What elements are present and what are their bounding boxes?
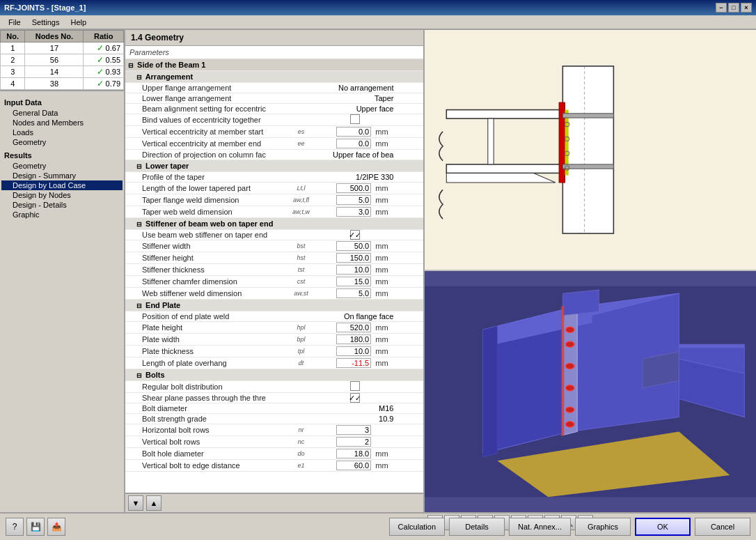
prop-checkbox[interactable] xyxy=(313,114,397,126)
value-box[interactable]: 18.0 xyxy=(336,449,371,458)
value-box[interactable]: 3.0 xyxy=(336,207,371,217)
ok-btn[interactable]: OK xyxy=(635,518,691,536)
export-btn[interactable]: 📤 xyxy=(47,518,65,536)
list-item[interactable]: Beam alignment setting for eccentric Upp… xyxy=(125,104,423,114)
list-item[interactable]: Taper web weld dimension aw,t,w 3.0 mm xyxy=(125,206,423,218)
list-item[interactable]: Plate thickness tpl 10.0 mm xyxy=(125,346,423,357)
value-box[interactable]: -11.5 xyxy=(336,358,371,368)
nav-up-btn[interactable]: ▲ xyxy=(146,495,162,511)
list-item[interactable]: Vertical bolt to edge distance e1 60.0 m… xyxy=(125,460,423,472)
help-btn[interactable]: ? xyxy=(6,518,24,536)
menu-help[interactable]: Help xyxy=(65,17,92,28)
list-item[interactable]: Position of end plate weld On flange fac… xyxy=(125,311,423,322)
section-header-row[interactable]: ⊟ Side of the Beam 1 xyxy=(125,59,423,71)
prop-value[interactable]: 5.0 xyxy=(313,194,373,206)
tree-item-design-load-case[interactable]: Design by Load Case xyxy=(1,180,123,190)
list-item[interactable]: Stiffener width bst 50.0 mm xyxy=(125,240,423,252)
prop-value[interactable]: 520.0 xyxy=(313,322,373,334)
value-box[interactable]: 500.0 xyxy=(336,183,371,193)
menu-file[interactable]: File xyxy=(3,17,26,28)
list-item[interactable]: Stiffener thickness tst 10.0 mm xyxy=(125,264,423,276)
value-box[interactable]: 0.0 xyxy=(336,127,371,137)
tree-item-design-nodes[interactable]: Design by Nodes xyxy=(1,190,123,200)
list-item[interactable]: Use beam web stiffener on taper end ✓ xyxy=(125,230,423,240)
list-item[interactable]: Plate height hpl 520.0 mm xyxy=(125,322,423,334)
list-item[interactable]: Horizontal bolt rows nr 3 xyxy=(125,424,423,436)
list-item[interactable]: Taper flange weld dimension aw,t,fl 5.0 … xyxy=(125,194,423,206)
table-row[interactable]: 4 38 ✓ 0.79 xyxy=(1,78,124,90)
table-row[interactable]: 3 14 ✓ 0.93 xyxy=(1,66,124,78)
value-box[interactable]: 10.0 xyxy=(336,265,371,275)
subsection-toggle[interactable]: ⊟ xyxy=(136,221,142,228)
list-item[interactable]: Vertical bolt rows nc 2 xyxy=(125,436,423,448)
value-box[interactable]: 10.0 xyxy=(336,346,371,356)
nat-annex-btn[interactable]: Nat. Annex... xyxy=(509,518,571,536)
prop-value[interactable]: 150.0 xyxy=(313,252,373,264)
subsection-header-row[interactable]: ⊟ Arrangement xyxy=(125,71,423,83)
list-item[interactable]: Direction of projection on column fac Up… xyxy=(125,150,423,160)
details-btn[interactable]: Details xyxy=(449,518,505,536)
list-item[interactable]: Profile of the taper 1/2IPE 330 xyxy=(125,172,423,183)
params-scroll[interactable]: ⊟ Side of the Beam 1⊟ Arrangement Upper … xyxy=(125,59,423,493)
list-item[interactable]: Lower flange arrangement Taper xyxy=(125,93,423,104)
subsection-header-row[interactable]: ⊟ Stiffener of beam web on taper end xyxy=(125,218,423,230)
value-box[interactable]: 150.0 xyxy=(336,253,371,263)
list-item[interactable]: Regular bolt distribution xyxy=(125,381,423,393)
graphics-btn[interactable]: Graphics xyxy=(575,518,631,536)
list-item[interactable]: Length of plate overhang dt -11.5 mm xyxy=(125,357,423,369)
list-item[interactable]: Stiffener chamfer dimension cst 15.0 mm xyxy=(125,276,423,288)
list-item[interactable]: Vertical eccentricity at member end ee 0… xyxy=(125,138,423,150)
prop-checkbox[interactable]: ✓ xyxy=(313,393,397,403)
prop-value[interactable]: 18.0 xyxy=(313,448,373,460)
prop-value[interactable]: 0.0 xyxy=(313,138,373,150)
tree-item-graphic[interactable]: Graphic xyxy=(1,210,123,219)
value-box[interactable]: 3 xyxy=(336,425,371,435)
prop-value[interactable]: 50.0 xyxy=(313,240,373,252)
list-item[interactable]: Bind values of eccentricity together xyxy=(125,114,423,126)
minimize-btn[interactable]: − xyxy=(716,3,727,13)
list-item[interactable]: Bolt strength grade 10.9 xyxy=(125,414,423,424)
tree-item-geometry[interactable]: Geometry xyxy=(1,137,123,147)
value-box[interactable]: 15.0 xyxy=(336,277,371,286)
subsection-header-row[interactable]: ⊟ Lower taper xyxy=(125,160,423,172)
subsection-header-row[interactable]: ⊟ Bolts xyxy=(125,369,423,381)
prop-value[interactable]: 3 xyxy=(313,424,373,436)
tree-item-nodes-members[interactable]: Nodes and Members xyxy=(1,118,123,128)
tree-item-results-geometry[interactable]: Geometry xyxy=(1,161,123,171)
value-box[interactable]: 60.0 xyxy=(336,461,371,470)
list-item[interactable]: Plate width bpl 180.0 mm xyxy=(125,334,423,346)
tree-item-design-details[interactable]: Design - Details xyxy=(1,200,123,210)
list-item[interactable]: Length of the lower tapered part Lt,l 50… xyxy=(125,183,423,194)
nav-down-btn[interactable]: ▼ xyxy=(128,495,143,511)
prop-value[interactable]: 500.0 xyxy=(313,183,373,194)
value-box[interactable]: 2 xyxy=(336,437,371,447)
checkbox-cell[interactable] xyxy=(350,381,360,391)
section-toggle[interactable]: ⊟ xyxy=(128,62,134,69)
close-btn[interactable]: × xyxy=(741,3,752,13)
tree-item-general-data[interactable]: General Data xyxy=(1,108,123,118)
list-item[interactable]: Upper flange arrangement No arrangement xyxy=(125,83,423,93)
value-box[interactable]: 0.0 xyxy=(336,139,371,148)
list-item[interactable]: Web stiffener weld dimension aw,st 5.0 m… xyxy=(125,288,423,300)
subsection-header-row[interactable]: ⊟ End Plate xyxy=(125,300,423,311)
list-item[interactable]: Vertical eccentricity at member start es… xyxy=(125,126,423,138)
subsection-toggle[interactable]: ⊟ xyxy=(136,163,142,170)
save-btn[interactable]: 💾 xyxy=(26,518,45,536)
checkbox-cell[interactable] xyxy=(350,114,360,124)
list-item[interactable]: Bolt diameter M16 xyxy=(125,403,423,414)
checkbox-cell[interactable]: ✓ xyxy=(350,230,360,240)
value-box[interactable]: 180.0 xyxy=(336,334,371,344)
tree-item-design-summary[interactable]: Design - Summary xyxy=(1,171,123,180)
prop-value[interactable]: 180.0 xyxy=(313,334,373,346)
list-item[interactable]: Bolt hole diameter do 18.0 mm xyxy=(125,448,423,460)
prop-value[interactable]: 15.0 xyxy=(313,276,373,288)
subsection-toggle[interactable]: ⊟ xyxy=(136,74,142,81)
prop-value[interactable]: 0.0 xyxy=(313,126,373,138)
menu-settings[interactable]: Settings xyxy=(26,17,65,28)
value-box[interactable]: 50.0 xyxy=(336,241,371,251)
prop-value[interactable]: -11.5 xyxy=(313,357,373,369)
value-box[interactable]: 5.0 xyxy=(336,288,371,298)
value-box[interactable]: 520.0 xyxy=(336,323,371,332)
prop-checkbox[interactable] xyxy=(313,381,397,393)
value-box[interactable]: 5.0 xyxy=(336,195,371,205)
